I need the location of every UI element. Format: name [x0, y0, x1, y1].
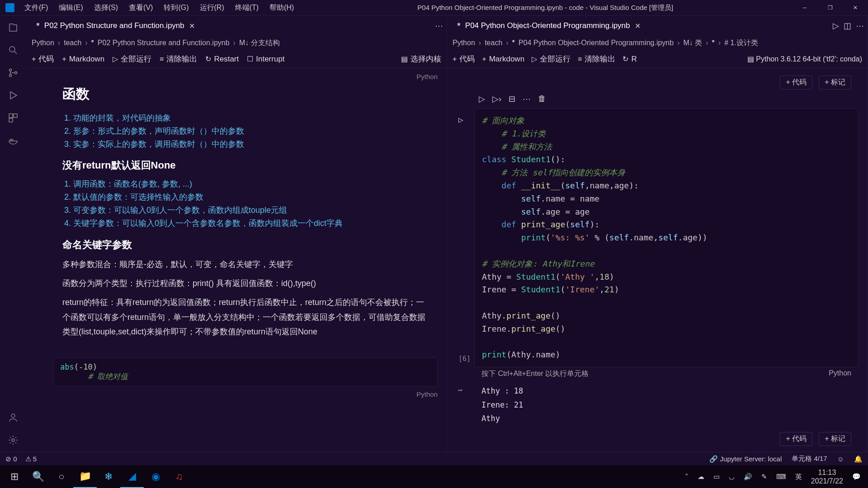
heading-functions: 函数	[62, 85, 429, 103]
delete-cell-icon[interactable]: 🗑	[538, 94, 546, 104]
edge-icon[interactable]: ◉	[144, 465, 167, 488]
crumb[interactable]: M↓ 类	[683, 38, 702, 48]
run-by-line-icon[interactable]: ▷›	[492, 94, 501, 104]
menu-terminal[interactable]: 终端(T)	[231, 1, 263, 14]
markdown-cell[interactable]: 函数 功能的封装，对代码的抽象 形参：形式上的参数，声明函数时（）中的参数 实参…	[53, 80, 438, 348]
kernel-selector[interactable]: ▤ Python 3.6.12 64-bit ('tf2': conda)	[747, 55, 862, 63]
cortana-icon[interactable]: ○	[50, 465, 73, 488]
run-icon[interactable]: ▷	[833, 21, 839, 31]
crumb[interactable]: Python	[32, 39, 54, 47]
run-all-button[interactable]: ▷全部运行	[532, 54, 571, 64]
clear-output-button[interactable]: ≡清除输出	[578, 54, 615, 64]
input-icon[interactable]: ✎	[761, 473, 767, 481]
ime-indicator[interactable]: 英	[795, 473, 802, 481]
cell-position[interactable]: 单元格 4/17	[792, 455, 827, 463]
more-icon[interactable]: ⋯	[523, 94, 531, 104]
run-cell-icon[interactable]: ▷	[479, 94, 485, 104]
close-icon[interactable]: ✕	[189, 22, 195, 30]
tab-label: P02 Python Structure and Function.ipynb	[44, 21, 184, 30]
add-cells-bottom: + 代码 + 标记	[456, 429, 859, 449]
crumb[interactable]: Python	[453, 39, 475, 47]
notebook-content-right[interactable]: + 代码 + 标记 ▷ ▷› ⊟ ⋯ 🗑 ▷ # 面向对象 # 1.设计类 # …	[447, 68, 868, 452]
search-button[interactable]: 🔍	[26, 465, 50, 488]
window-title: P04 Python Object-Oriented Programming.i…	[298, 4, 792, 12]
split-icon[interactable]: ◫	[844, 21, 851, 31]
volume-icon[interactable]: 🔊	[744, 473, 752, 481]
crumb[interactable]: teach	[64, 39, 81, 47]
maximize-button[interactable]: ❐	[817, 0, 843, 16]
menu-edit[interactable]: 编辑(E)	[54, 1, 87, 14]
battery-icon[interactable]: ▭	[713, 473, 720, 481]
run-all-button[interactable]: ▷全部运行	[113, 54, 151, 64]
onedrive-icon[interactable]: ☁	[698, 473, 704, 481]
feedback-icon[interactable]: ☺	[837, 455, 844, 463]
tab-p04[interactable]: * P04 Python Object-Oriented Programming…	[451, 16, 647, 36]
menu-go[interactable]: 转到(G)	[159, 1, 193, 14]
menu-file[interactable]: 文件(F)	[20, 1, 52, 14]
add-code-button[interactable]: +代码	[453, 54, 475, 64]
minimize-button[interactable]: ─	[792, 0, 817, 16]
clear-output-button[interactable]: ≡清除输出	[160, 54, 197, 64]
exec-count: [6]	[458, 353, 471, 364]
lang-label: Python	[53, 73, 438, 80]
crumb[interactable]: # 1.设计类	[724, 38, 758, 48]
notebook-content-left[interactable]: Python 函数 功能的封装，对代码的抽象 形参：形式上的参数，声明函数时（）…	[26, 68, 447, 452]
tray-chevron-icon[interactable]: ˄	[685, 473, 689, 481]
clock[interactable]: 11:13 2021/7/22	[811, 468, 843, 485]
menu-run[interactable]: 运行(R)	[195, 1, 229, 14]
restart-button[interactable]: ↻Restart	[205, 55, 239, 64]
split-cell-icon[interactable]: ⊟	[509, 94, 515, 104]
wifi-icon[interactable]: ◡	[729, 473, 735, 481]
breadcrumb-right[interactable]: Python› teach› * P04 Python Object-Orien…	[447, 36, 868, 50]
accounts-icon[interactable]	[6, 410, 20, 425]
docker-icon[interactable]	[6, 133, 20, 148]
explorer-taskbar-icon[interactable]: 📁	[73, 465, 97, 488]
keyboard-icon[interactable]: ⌨	[776, 473, 786, 481]
crumb[interactable]: P02 Python Structure and Function.ipynb	[98, 39, 230, 47]
action-center-icon[interactable]: 💬	[852, 473, 861, 481]
vscode-taskbar-icon[interactable]: ◢	[120, 465, 144, 488]
run-icon[interactable]: ▷	[458, 113, 463, 127]
menu-help[interactable]: 帮助(H)	[265, 1, 298, 14]
netease-icon[interactable]: ♫	[167, 465, 191, 488]
interrupt-button[interactable]: ☐Interrupt	[247, 55, 284, 64]
restart-button[interactable]: ↻R	[623, 55, 637, 64]
menu-view[interactable]: 查看(V)	[124, 1, 157, 14]
crumb[interactable]: P04 Python Object-Oriented Programming.i…	[519, 39, 674, 47]
run-debug-icon[interactable]	[6, 88, 20, 103]
warnings-count[interactable]: ⚠ 5	[25, 455, 37, 463]
breadcrumb-left[interactable]: Python› teach› * P02 Python Structure an…	[26, 36, 447, 50]
search-icon[interactable]	[6, 43, 20, 57]
list-item: 功能的封装，对代码的抽象	[73, 112, 429, 125]
extensions-icon[interactable]	[6, 111, 20, 125]
settings-icon[interactable]	[6, 433, 20, 447]
svg-line-1	[14, 51, 17, 54]
add-code-inline[interactable]: + 代码	[780, 75, 812, 89]
code-cell[interactable]: ▷ # 面向对象 # 1.设计类 # 属性和方法 class Student1(…	[474, 108, 859, 367]
output-ellipsis-icon[interactable]: ⋯	[458, 383, 462, 397]
add-markdown-inline[interactable]: + 标记	[819, 432, 851, 446]
close-icon[interactable]: ✕	[635, 22, 641, 30]
add-markdown-button[interactable]: +Markdown	[62, 55, 104, 64]
more-icon[interactable]: ⋯	[435, 21, 443, 31]
notebook-toolbar-left: +代码 +Markdown ▷全部运行 ≡清除输出 ↻Restart ☐Inte…	[26, 50, 447, 68]
close-button[interactable]: ✕	[843, 0, 868, 16]
add-code-button[interactable]: +代码	[32, 54, 54, 64]
menu-select[interactable]: 选择(S)	[90, 1, 123, 14]
app-icon[interactable]: ❄	[97, 465, 120, 488]
crumb[interactable]: M↓ 分支结构	[239, 38, 280, 48]
add-markdown-inline[interactable]: + 标记	[819, 75, 851, 89]
start-button[interactable]: ⊞	[3, 465, 26, 488]
explorer-icon[interactable]	[6, 20, 20, 35]
tab-p02[interactable]: * P02 Python Structure and Function.ipyn…	[30, 16, 201, 36]
code-cell[interactable]: abs(-10) # 取绝对值	[53, 357, 438, 387]
select-kernel-button[interactable]: ▤选择内核	[401, 54, 441, 64]
more-icon[interactable]: ⋯	[856, 21, 864, 31]
source-control-icon[interactable]	[6, 66, 20, 80]
add-markdown-button[interactable]: +Markdown	[482, 55, 524, 64]
add-code-inline[interactable]: + 代码	[780, 432, 812, 446]
jupyter-server[interactable]: 🔗 Jupyter Server: local	[709, 455, 782, 463]
crumb[interactable]: teach	[485, 39, 502, 47]
errors-count[interactable]: ⊘ 0	[5, 455, 17, 463]
notifications-icon[interactable]: 🔔	[854, 455, 863, 463]
